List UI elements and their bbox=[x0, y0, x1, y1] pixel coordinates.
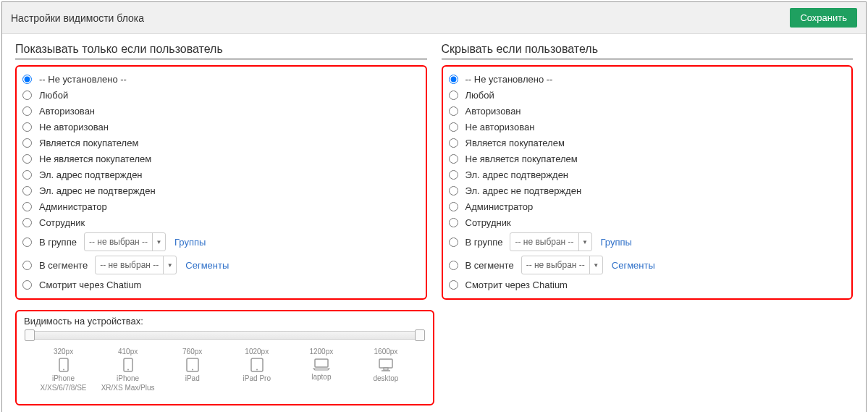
hide-radio-group[interactable] bbox=[449, 237, 458, 247]
show-radio-option[interactable] bbox=[22, 154, 32, 164]
device-name-label: laptop bbox=[289, 372, 353, 382]
hide-radio-label[interactable]: -- Не установлено -- bbox=[465, 74, 553, 85]
show-radio-chatium[interactable] bbox=[22, 280, 32, 290]
device-name-label: desktop bbox=[353, 374, 418, 383]
show-radio-option[interactable] bbox=[22, 186, 32, 196]
hide-radio-option[interactable] bbox=[449, 122, 458, 132]
show-radio-option[interactable] bbox=[22, 218, 32, 227]
svg-point-1 bbox=[63, 369, 64, 371]
show-chatium-label[interactable]: Смотрит через Chatium bbox=[39, 279, 141, 290]
hide-radio-option[interactable] bbox=[449, 202, 458, 211]
show-radio-label[interactable]: Не является покупателем bbox=[39, 154, 151, 164]
hide-radio-label[interactable]: Администратор bbox=[465, 201, 534, 212]
hide-radio-label[interactable]: Не является покупателем bbox=[465, 154, 578, 164]
hide-segments-link[interactable]: Сегменты bbox=[612, 260, 655, 271]
device-item: 1600pxdesktop bbox=[353, 347, 418, 392]
hide-radio-label[interactable]: Эл. адрес не подтвержден bbox=[465, 185, 582, 196]
show-radio-label[interactable]: Эл. адрес не подтвержден bbox=[39, 185, 156, 196]
hide-groups-link[interactable]: Группы bbox=[601, 237, 632, 248]
hide-radio-label[interactable]: Любой bbox=[465, 90, 494, 101]
hide-radio-label[interactable]: Сотрудник bbox=[465, 217, 511, 228]
devices-box: Видимость на устройствах: 320pxiPhoneX/X… bbox=[15, 310, 434, 405]
tablet-icon bbox=[160, 358, 224, 372]
show-segments-link[interactable]: Сегменты bbox=[185, 260, 229, 271]
device-item: 320pxiPhoneX/XS/6/7/8/SE bbox=[31, 347, 96, 392]
show-radio-label[interactable]: Не авторизован bbox=[39, 122, 109, 133]
show-radio-option[interactable] bbox=[22, 106, 32, 116]
hide-radio-option[interactable] bbox=[449, 75, 458, 84]
device-px-label: 1020px bbox=[224, 347, 289, 356]
tablet-icon bbox=[224, 358, 289, 372]
caret-down-icon: ▼ bbox=[163, 256, 176, 274]
desktop-icon bbox=[353, 358, 418, 372]
hide-radio-label[interactable]: Эл. адрес подтвержден bbox=[465, 169, 569, 180]
svg-rect-9 bbox=[379, 359, 392, 368]
caret-down-icon: ▼ bbox=[578, 232, 591, 251]
show-radio-option[interactable] bbox=[22, 170, 32, 180]
device-name-label: iPad bbox=[160, 374, 224, 383]
hide-segment-label[interactable]: В сегменте bbox=[465, 260, 514, 271]
show-segment-label[interactable]: В сегменте bbox=[39, 260, 88, 271]
device-name-label: iPhoneX/XS/6/7/8/SE bbox=[31, 374, 96, 392]
hide-radio-option[interactable] bbox=[449, 138, 458, 148]
hide-radio-label[interactable]: Не авторизован bbox=[465, 122, 535, 133]
show-radio-option[interactable] bbox=[22, 138, 32, 148]
hide-segment-select[interactable]: -- не выбран -- ▼ bbox=[521, 256, 603, 274]
show-group-select[interactable]: -- не выбран -- ▼ bbox=[84, 232, 166, 251]
show-group-label[interactable]: В группе bbox=[39, 237, 77, 248]
show-radio-group[interactable] bbox=[22, 237, 32, 247]
hide-section-title: Скрывать если пользователь bbox=[442, 43, 854, 59]
show-radio-option[interactable] bbox=[22, 122, 32, 132]
device-px-label: 1200px bbox=[289, 347, 353, 356]
show-radio-label[interactable]: Любой bbox=[39, 90, 68, 101]
show-radio-segment[interactable] bbox=[22, 261, 32, 270]
hide-radio-option[interactable] bbox=[449, 106, 458, 116]
show-radio-option[interactable] bbox=[22, 202, 32, 211]
hide-radio-label[interactable]: Является покупателем bbox=[465, 138, 565, 148]
hide-radio-segment[interactable] bbox=[449, 261, 458, 270]
hide-box: -- Не установлено --ЛюбойАвторизованНе а… bbox=[442, 65, 854, 300]
slider-handle-right[interactable] bbox=[415, 329, 425, 341]
phone-icon bbox=[31, 358, 96, 372]
device-name-label: iPhoneXR/XS Max/Plus bbox=[96, 374, 160, 392]
device-px-label: 760px bbox=[160, 347, 224, 356]
hide-radio-option[interactable] bbox=[449, 218, 458, 227]
svg-rect-8 bbox=[315, 359, 328, 367]
device-name-label: iPad Pro bbox=[224, 374, 289, 383]
save-button[interactable]: Сохранить bbox=[790, 8, 857, 28]
show-box: -- Не установлено --ЛюбойАвторизованНе а… bbox=[15, 65, 427, 300]
show-radio-option[interactable] bbox=[22, 91, 32, 100]
svg-point-7 bbox=[256, 369, 258, 371]
show-radio-label[interactable]: Авторизован bbox=[39, 106, 95, 117]
device-range-slider[interactable] bbox=[27, 331, 423, 340]
device-item: 1020pxiPad Pro bbox=[224, 347, 289, 392]
phone-icon bbox=[96, 358, 160, 372]
show-section-title: Показывать только если пользователь bbox=[15, 43, 427, 59]
device-px-label: 320px bbox=[31, 347, 96, 356]
hide-radio-option[interactable] bbox=[449, 91, 458, 100]
device-item: 760pxiPad bbox=[160, 347, 224, 392]
svg-point-3 bbox=[127, 369, 129, 371]
show-groups-link[interactable]: Группы bbox=[174, 237, 206, 248]
hide-radio-label[interactable]: Авторизован bbox=[465, 106, 521, 117]
hide-radio-option[interactable] bbox=[449, 170, 458, 180]
show-radio-label[interactable]: Является покупателем bbox=[39, 138, 138, 148]
slider-handle-left[interactable] bbox=[25, 329, 35, 341]
hide-radio-chatium[interactable] bbox=[449, 280, 458, 290]
device-px-label: 1600px bbox=[353, 347, 418, 356]
hide-group-select[interactable]: -- не выбран -- ▼ bbox=[510, 232, 591, 251]
caret-down-icon: ▼ bbox=[589, 256, 602, 274]
device-px-label: 410px bbox=[96, 347, 160, 356]
show-radio-label[interactable]: Эл. адрес подтвержден bbox=[39, 169, 143, 180]
show-radio-label[interactable]: Администратор bbox=[39, 201, 107, 212]
show-radio-label[interactable]: -- Не установлено -- bbox=[39, 74, 127, 85]
show-segment-select[interactable]: -- не выбран -- ▼ bbox=[95, 256, 177, 274]
hide-radio-option[interactable] bbox=[449, 186, 458, 196]
hide-radio-option[interactable] bbox=[449, 154, 458, 164]
dialog-title: Настройки видимости блока bbox=[11, 12, 144, 24]
show-radio-label[interactable]: Сотрудник bbox=[39, 217, 85, 228]
hide-group-label[interactable]: В группе bbox=[465, 237, 503, 248]
hide-chatium-label[interactable]: Смотрит через Chatium bbox=[465, 279, 568, 290]
device-item: 1200pxlaptop bbox=[289, 347, 353, 392]
show-radio-option[interactable] bbox=[22, 75, 32, 84]
